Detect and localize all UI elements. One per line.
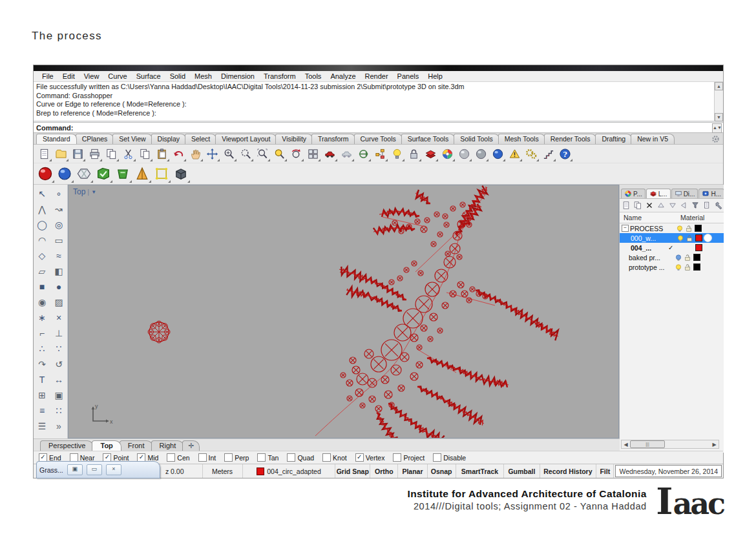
render-icon[interactable] bbox=[36, 164, 55, 183]
toolbar-tab-select[interactable]: Select bbox=[185, 134, 216, 144]
toolbar-tab-visibility[interactable]: Visibility bbox=[275, 134, 313, 144]
tool-sphere-icon[interactable]: ● bbox=[50, 279, 67, 294]
tool-gears-icon[interactable]: ∗ bbox=[34, 310, 50, 325]
layer-tools-icon[interactable] bbox=[713, 200, 724, 211]
checkbox-icon[interactable] bbox=[287, 453, 295, 462]
menu-solid[interactable]: Solid bbox=[165, 72, 190, 81]
open-file-icon[interactable] bbox=[52, 146, 69, 162]
layer-report-icon[interactable] bbox=[701, 200, 712, 211]
tool-fillet-icon[interactable]: ⌐ bbox=[34, 325, 50, 341]
toolbar-tab-solid-tools[interactable]: Solid Tools bbox=[454, 134, 499, 144]
menu-analyze[interactable]: Analyze bbox=[326, 72, 360, 81]
tool-sweep-icon[interactable]: ▨ bbox=[50, 294, 67, 310]
delete-layer-icon[interactable] bbox=[644, 200, 655, 211]
material-icon[interactable] bbox=[703, 234, 712, 242]
move-layer-up-icon[interactable] bbox=[655, 200, 666, 211]
menu-help[interactable]: Help bbox=[423, 72, 447, 81]
tool-patch-icon[interactable]: ◧ bbox=[50, 263, 67, 279]
lock-objects-icon[interactable] bbox=[405, 146, 422, 162]
toolbar-tab-display[interactable]: Display bbox=[151, 134, 186, 144]
tool-polyline-icon[interactable]: ⋀ bbox=[34, 201, 50, 217]
tool-text-icon[interactable]: T bbox=[34, 372, 50, 387]
copy-layer-icon[interactable] bbox=[633, 200, 644, 211]
new-file-icon[interactable] bbox=[36, 146, 52, 162]
copy-to-clipboard-icon[interactable] bbox=[103, 146, 120, 162]
control-points-icon[interactable] bbox=[152, 164, 171, 183]
undo-view-change-icon[interactable] bbox=[288, 146, 304, 162]
osnap-perp[interactable]: Perp bbox=[224, 453, 249, 462]
menu-transform[interactable]: Transform bbox=[259, 72, 300, 81]
viewport-top[interactable]: Top | ▼ y x bbox=[68, 185, 619, 438]
restore-window-icon[interactable]: ▣ bbox=[67, 464, 83, 475]
print-icon[interactable] bbox=[86, 146, 103, 162]
toolbar-tab-surface-tools[interactable]: Surface Tools bbox=[401, 134, 455, 144]
tool-point-icon[interactable]: ∘ bbox=[50, 186, 67, 201]
grasshopper-minimized-window[interactable]: Grass... ▣ ▭ × bbox=[36, 461, 160, 478]
panel-tab-di[interactable]: Di... bbox=[671, 189, 698, 198]
menu-view[interactable]: View bbox=[79, 72, 104, 81]
pan-tabs-icon[interactable]: ✛ bbox=[182, 440, 200, 451]
menu-curve[interactable]: Curve bbox=[103, 72, 131, 81]
menu-panels[interactable]: Panels bbox=[393, 72, 424, 81]
render-preview-icon[interactable] bbox=[55, 164, 74, 183]
zoom-selected-icon[interactable] bbox=[254, 146, 271, 162]
osnap-vertex[interactable]: ✓Vertex bbox=[355, 453, 385, 462]
named-view-icon[interactable] bbox=[321, 146, 338, 162]
layer-color-swatch[interactable] bbox=[694, 244, 703, 251]
tool-grid-options-icon[interactable]: ☰ bbox=[34, 418, 50, 434]
viewport-tab-right[interactable]: Right bbox=[151, 440, 185, 451]
menu-dimension[interactable]: Dimension bbox=[216, 72, 259, 81]
toggle-planar[interactable]: Planar bbox=[398, 464, 427, 478]
collapse-icon[interactable]: − bbox=[622, 225, 629, 232]
grasshopper-icon[interactable] bbox=[113, 164, 132, 183]
chevron-down-icon[interactable]: ▼ bbox=[91, 189, 96, 195]
bulb-off-icon[interactable] bbox=[674, 254, 683, 262]
viewport-title[interactable]: Top | ▼ bbox=[73, 187, 96, 196]
rendered-viewport-icon[interactable] bbox=[489, 146, 506, 162]
checkbox-icon[interactable]: ✓ bbox=[355, 453, 364, 462]
options-icon[interactable] bbox=[523, 146, 540, 162]
tool-rotate-icon[interactable]: ↷ bbox=[34, 356, 50, 372]
close-window-icon[interactable]: × bbox=[106, 464, 121, 475]
checkbox-icon[interactable] bbox=[198, 453, 207, 462]
bulb-on-icon[interactable] bbox=[675, 225, 684, 232]
toolbar-tab-set-view[interactable]: Set View bbox=[112, 134, 152, 144]
tool-surface-icon[interactable]: ▱ bbox=[34, 263, 50, 279]
layer-row-process[interactable]: −PROCESS bbox=[620, 223, 724, 233]
viewport-title-text[interactable]: Top bbox=[73, 187, 85, 196]
toggle-ortho[interactable]: Ortho bbox=[370, 464, 398, 478]
move-icon[interactable] bbox=[204, 146, 220, 162]
viewport-tab-top[interactable]: Top bbox=[92, 440, 121, 451]
osnap-tan[interactable]: Tan bbox=[257, 453, 278, 462]
tool-box-icon[interactable]: ■ bbox=[34, 279, 50, 294]
zoom-dynamic-icon[interactable] bbox=[220, 146, 237, 162]
toolbar-tab-render-tools[interactable]: Render Tools bbox=[544, 134, 597, 144]
tool-rectangle-icon[interactable]: ▭ bbox=[50, 232, 67, 248]
layer-row-prototype-[interactable]: prototype ... bbox=[620, 262, 724, 272]
osnap-disable[interactable]: Disable bbox=[433, 453, 466, 462]
block-tools-icon[interactable] bbox=[171, 164, 191, 183]
scroll-up-icon[interactable]: ▲ bbox=[715, 82, 723, 90]
toggle-record-history[interactable]: Record History bbox=[540, 464, 596, 478]
tool-more-tools-icon[interactable]: » bbox=[50, 418, 67, 434]
minimize-window-icon[interactable]: ▭ bbox=[87, 464, 102, 475]
site-plan-drawing[interactable] bbox=[68, 185, 618, 438]
lock-icon[interactable] bbox=[684, 225, 693, 232]
viewport-tab-perspective[interactable]: Perspective bbox=[40, 440, 94, 451]
tool-circle-icon[interactable]: ◯ bbox=[34, 217, 50, 232]
wireframe-mode-icon[interactable] bbox=[74, 164, 94, 183]
toggle-filt[interactable]: Filt bbox=[596, 464, 614, 478]
analysis-cone-icon[interactable] bbox=[132, 164, 152, 183]
pan-view-icon[interactable] bbox=[187, 146, 204, 162]
tool-ungroup-icon[interactable]: ∵ bbox=[50, 341, 67, 356]
checkbox-icon[interactable] bbox=[433, 453, 441, 462]
scrollbar-thumb[interactable]: ||| bbox=[630, 440, 665, 448]
layer-color-swatch[interactable] bbox=[692, 254, 701, 261]
osnap-knot[interactable]: Knot bbox=[322, 453, 347, 462]
undo-icon[interactable] bbox=[170, 146, 187, 162]
tool-blocks-icon[interactable]: ⊞ bbox=[34, 387, 50, 403]
tool-curve-icon[interactable]: ↝ bbox=[50, 201, 67, 217]
toggle-smarttrack[interactable]: SmartTrack bbox=[456, 464, 504, 478]
checkbox-icon[interactable] bbox=[224, 453, 233, 462]
panel-tab-h[interactable]: H... bbox=[698, 189, 724, 198]
